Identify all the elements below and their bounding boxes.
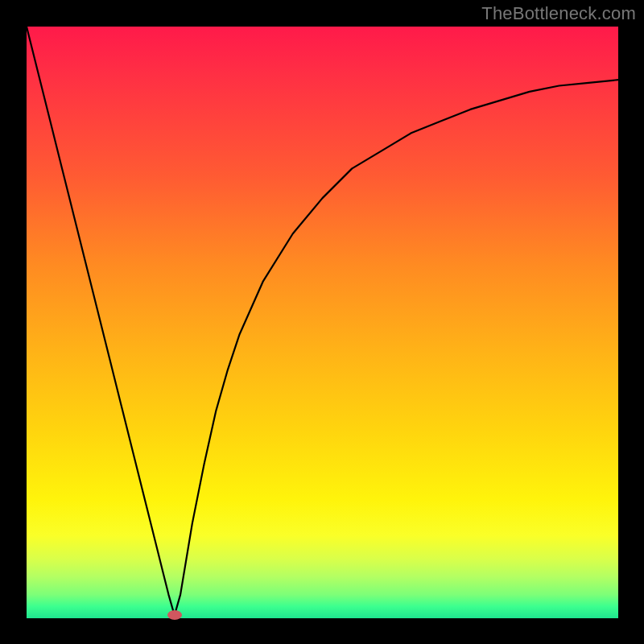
plot-area: [27, 27, 618, 618]
watermark-text: TheBottleneck.com: [481, 3, 636, 24]
bottleneck-curve: [27, 27, 618, 615]
chart-frame: TheBottleneck.com: [0, 0, 644, 644]
optimum-marker: [167, 610, 182, 620]
curve-svg: [27, 27, 618, 618]
